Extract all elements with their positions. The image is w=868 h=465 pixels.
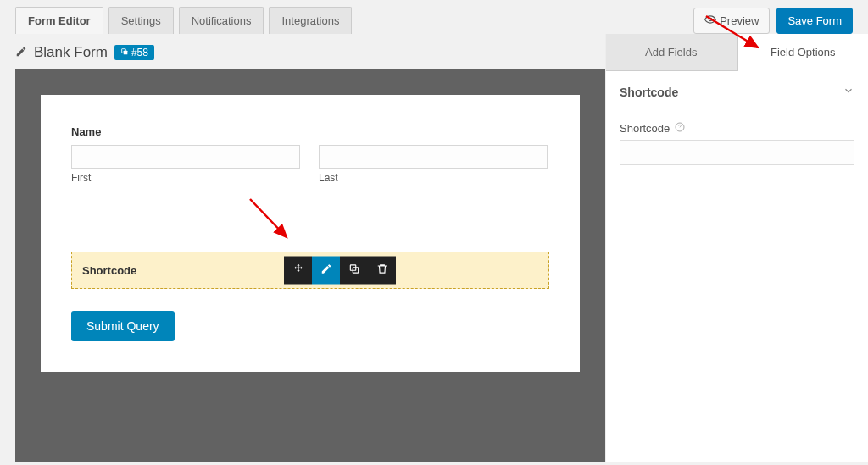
shortcode-input-group: Shortcode: [620, 122, 854, 165]
top-bar: Form Editor Settings Notifications Integ…: [0, 0, 868, 34]
tab-notifications[interactable]: Notifications: [179, 7, 264, 34]
svg-point-0: [709, 18, 712, 21]
move-button[interactable]: [284, 257, 312, 285]
first-name-sublabel: First: [71, 172, 300, 184]
name-field-label: Name: [71, 125, 549, 138]
field-action-group: [284, 257, 396, 285]
pencil-icon[interactable]: [15, 46, 27, 60]
delete-button[interactable]: [368, 257, 396, 285]
tab-integrations[interactable]: Integrations: [269, 7, 352, 34]
first-name-column: First: [71, 145, 300, 184]
duplicate-icon: [348, 263, 360, 278]
trash-icon: [376, 263, 388, 278]
first-name-input[interactable]: [71, 145, 300, 169]
tab-form-editor[interactable]: Form Editor: [15, 7, 103, 34]
tab-field-options[interactable]: Field Options: [737, 34, 869, 71]
shortcode-input-label-row: Shortcode: [620, 122, 854, 135]
main-area: Blank Form #58 Name First: [0, 34, 868, 462]
main-tabs: Form Editor Settings Notifications Integ…: [15, 7, 352, 34]
chevron-down-icon: [843, 85, 854, 99]
move-icon: [292, 263, 304, 278]
shortcode-field-label: Shortcode: [82, 264, 136, 277]
save-form-button[interactable]: Save Form: [776, 8, 853, 34]
duplicate-button[interactable]: [340, 257, 368, 285]
copy-icon: [120, 47, 129, 58]
form-title-row: Blank Form #58: [15, 34, 605, 69]
edit-button[interactable]: [312, 257, 340, 285]
submit-button[interactable]: Submit Query: [71, 311, 175, 341]
pencil-icon: [320, 263, 332, 278]
spacer: [71, 201, 549, 252]
top-actions: Preview Save Form: [693, 8, 853, 34]
name-inputs: First Last: [71, 145, 549, 184]
form-id-text: #58: [131, 47, 148, 58]
preview-label: Preview: [720, 14, 759, 27]
form-canvas[interactable]: Name First Last Shor: [41, 95, 580, 372]
eye-icon: [704, 14, 716, 28]
panel-header[interactable]: Shortcode: [620, 85, 854, 108]
canvas-wrap: Name First Last Shor: [15, 69, 605, 462]
help-icon[interactable]: [675, 122, 685, 135]
shortcode-input[interactable]: [620, 140, 854, 165]
shortcode-field-block[interactable]: Shortcode: [71, 252, 549, 289]
last-name-column: Last: [319, 145, 548, 184]
sidebar: Add Fields Field Options Shortcode Short…: [605, 34, 868, 462]
editor-column: Blank Form #58 Name First: [0, 34, 605, 462]
tab-add-fields[interactable]: Add Fields: [606, 34, 737, 71]
shortcode-input-label: Shortcode: [620, 122, 670, 135]
sidebar-tabs: Add Fields Field Options: [606, 34, 868, 71]
save-label: Save Form: [787, 14, 842, 27]
form-id-badge[interactable]: #58: [114, 45, 154, 60]
preview-button[interactable]: Preview: [693, 8, 770, 34]
last-name-input[interactable]: [319, 145, 548, 169]
name-field-block[interactable]: Name First Last: [71, 125, 549, 184]
form-title: Blank Form: [34, 44, 108, 61]
field-options-panel: Shortcode Shortcode: [606, 71, 868, 179]
panel-title: Shortcode: [620, 86, 678, 99]
last-name-sublabel: Last: [319, 172, 548, 184]
tab-settings[interactable]: Settings: [108, 7, 174, 34]
